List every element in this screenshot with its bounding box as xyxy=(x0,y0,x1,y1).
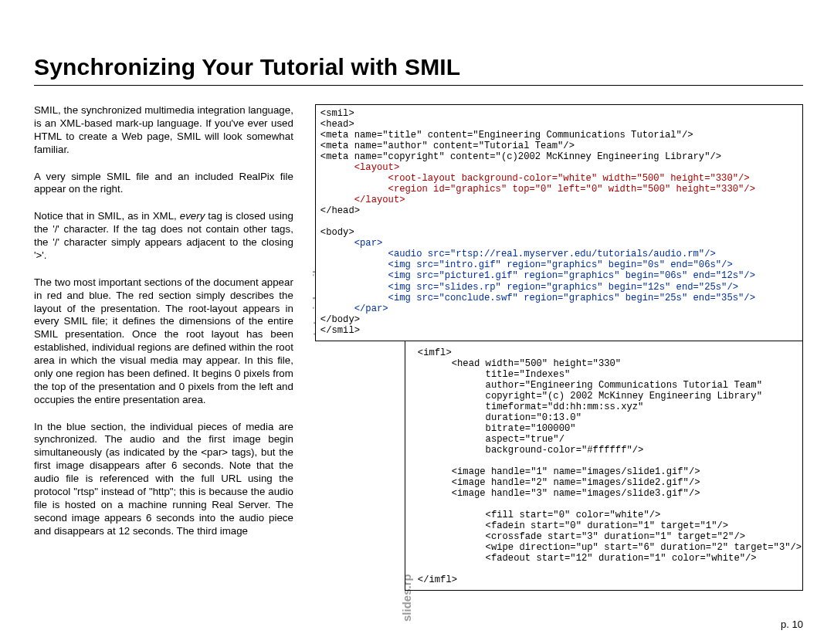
page-title: Synchronizing Your Tutorial with SMIL xyxy=(34,54,803,80)
two-column-layout: SMIL, the synchronized multimedia integr… xyxy=(34,104,803,591)
paragraph: In the blue section, the individual piec… xyxy=(34,421,293,538)
paragraph: SMIL, the synchronized multimedia integr… xyxy=(34,104,293,157)
title-rule xyxy=(34,85,803,86)
paragraph: Notice that in SMIL, as in XML, every ta… xyxy=(34,210,293,263)
paragraph: The two most important sections of the d… xyxy=(34,276,293,407)
paragraph: A very simple SMIL file and an included … xyxy=(34,171,293,197)
page-number: p. 10 xyxy=(781,619,803,630)
body-text-column: SMIL, the synchronized multimedia integr… xyxy=(34,104,300,537)
realpix-code-box: <imfl> <head width="500" height="330" ti… xyxy=(405,330,803,591)
page: Synchronizing Your Tutorial with SMIL SM… xyxy=(0,0,834,644)
smil-code-box: <smil> <head> <meta name="title" content… xyxy=(315,104,803,341)
code-column: tutorial.smil <smil> <head> <meta name="… xyxy=(315,104,803,591)
